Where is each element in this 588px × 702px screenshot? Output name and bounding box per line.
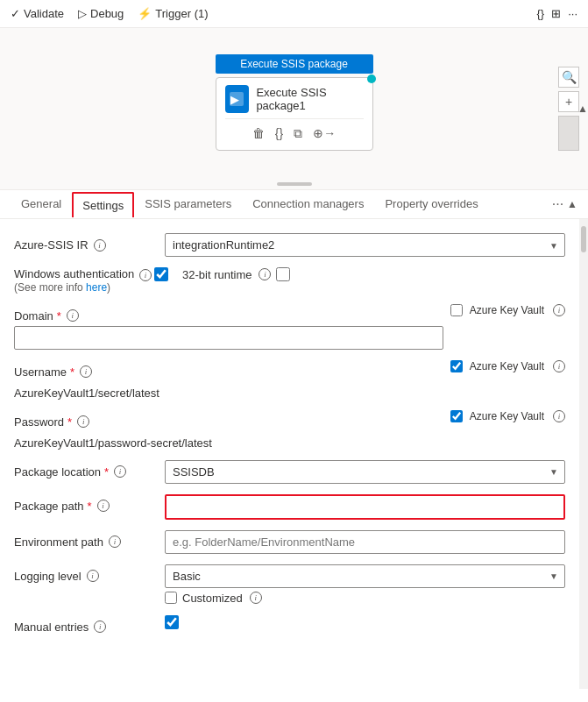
domain-akv-info-icon[interactable]: i <box>553 304 565 316</box>
runtime-32bit-wrap: 32-bit runtime i <box>182 267 290 281</box>
domain-akv-checkbox[interactable] <box>450 304 463 316</box>
tabs-more-button[interactable]: ··· <box>552 196 563 212</box>
logging-level-col: Basic ▼ Customized i <box>165 564 565 605</box>
scrollbar[interactable] <box>579 219 588 689</box>
trigger-label: Trigger (1) <box>155 7 208 20</box>
node-copy-button[interactable]: ⧉ <box>292 124 304 143</box>
domain-akv-row: Azure Key Vault i <box>450 304 565 316</box>
username-akv-label: Azure Key Vault <box>470 360 544 372</box>
windows-auth-here-link[interactable]: here <box>86 281 107 294</box>
password-info-icon[interactable]: i <box>77 415 89 428</box>
canvas-zoom-controls: 🔍 + <box>558 67 579 151</box>
zoom-slider[interactable] <box>558 116 579 151</box>
validate-button[interactable]: ✓ Validate <box>11 7 64 20</box>
pipeline-node[interactable]: ▶ Execute SSIS package1 🗑 {} ⧉ ⊕→ <box>216 77 373 151</box>
node-status-dot <box>367 74 376 83</box>
customized-row: Customized i <box>165 592 565 605</box>
env-path-control-wrap <box>165 530 565 554</box>
env-path-input[interactable] <box>165 530 565 554</box>
braces-button[interactable]: {} <box>536 7 544 20</box>
logging-level-info-icon[interactable]: i <box>87 570 99 582</box>
auth-controls: 32-bit runtime i <box>154 267 565 281</box>
azure-ssis-ir-select-wrap: integrationRuntime2 ▼ <box>165 233 565 257</box>
package-location-select[interactable]: SSISDB <box>165 460 565 484</box>
password-label: Password * i <box>14 410 443 432</box>
env-path-label: Environment path i <box>14 530 154 549</box>
manual-entries-label: Manual entries i <box>14 615 154 634</box>
zoom-in-button[interactable]: + <box>558 91 579 112</box>
debug-button[interactable]: ▷ Debug <box>78 7 124 20</box>
tab-connection-managers[interactable]: Connection managers <box>242 190 374 219</box>
package-location-label: Package location * i <box>14 460 154 479</box>
node-actions: 🗑 {} ⧉ ⊕→ <box>225 118 364 143</box>
node-icon: ▶ <box>225 85 250 113</box>
table-button[interactable]: ⊞ <box>551 7 561 20</box>
node-arrow-button[interactable]: ⊕→ <box>311 124 337 143</box>
tab-general[interactable]: General <box>11 190 72 219</box>
node-delete-button[interactable]: 🗑 <box>251 124 266 143</box>
password-field-with-akv: Password * i AzureKeyVault1/password-sec… <box>14 410 565 450</box>
node-tooltip: Execute SSIS package <box>216 54 373 74</box>
tabs-chevron-up[interactable]: ▲ <box>567 198 577 210</box>
azure-ssis-ir-select[interactable]: integrationRuntime2 <box>165 233 565 257</box>
pipeline-canvas: Execute SSIS package ▶ Execute SSIS pack… <box>0 28 588 190</box>
debug-icon: ▷ <box>78 7 87 20</box>
azure-ssis-ir-info-icon[interactable]: i <box>94 239 106 252</box>
domain-control-wrap: Domain * i MyDomain <box>14 304 443 350</box>
logging-level-select-wrap: Basic ▼ <box>165 564 565 588</box>
domain-label: Domain * i <box>14 304 443 326</box>
package-path-info-icon[interactable]: i <box>97 500 110 512</box>
username-akv-checkbox[interactable] <box>450 360 463 372</box>
password-akv-side: Azure Key Vault i <box>450 410 565 424</box>
password-akv-info-icon[interactable]: i <box>553 410 565 422</box>
toolbar: ✓ Validate ▷ Debug ⚡ Trigger (1) {} ⊞ ··… <box>0 0 588 28</box>
domain-input[interactable]: MyDomain <box>14 326 443 350</box>
customized-checkbox[interactable] <box>165 592 177 604</box>
username-control-wrap: Username * i AzureKeyVault1/secret/lates… <box>14 360 443 400</box>
zoom-search-button[interactable]: 🔍 <box>558 67 579 88</box>
manual-entries-checkbox[interactable] <box>165 615 179 629</box>
form-area: Azure-SSIS IR i integrationRuntime2 ▼ Wi… <box>0 219 579 689</box>
more-toolbar-button[interactable]: ··· <box>568 7 577 20</box>
manual-entries-info-icon[interactable]: i <box>94 620 106 633</box>
username-info-icon[interactable]: i <box>80 365 92 378</box>
node-label: Execute SSIS package1 <box>256 86 363 112</box>
customized-label: Customized <box>182 592 243 605</box>
pipeline-node-wrapper: Execute SSIS package ▶ Execute SSIS pack… <box>216 54 373 151</box>
tab-ssis-parameters[interactable]: SSIS parameters <box>134 190 242 219</box>
windows-auth-checkbox[interactable] <box>154 267 168 281</box>
package-location-row: Package location * i SSISDB ▼ <box>14 460 565 484</box>
trigger-button[interactable]: ⚡ Trigger (1) <box>138 7 208 20</box>
runtime-32bit-checkbox[interactable] <box>276 267 290 281</box>
scroll-thumb[interactable] <box>581 226 586 252</box>
package-path-control-wrap: demo/ScaleOutProject/Transformation.dtsx <box>165 494 565 520</box>
username-akv-side: Azure Key Vault i <box>450 360 565 374</box>
package-location-info-icon[interactable]: i <box>114 465 126 478</box>
chevron-up-icon[interactable]: ▲ <box>577 103 588 115</box>
domain-info-icon[interactable]: i <box>67 309 79 322</box>
runtime-32bit-info-icon[interactable]: i <box>259 268 271 280</box>
package-path-input[interactable]: demo/ScaleOutProject/Transformation.dtsx <box>165 494 565 520</box>
tab-property-overrides[interactable]: Property overrides <box>374 190 488 219</box>
username-akv-info-icon[interactable]: i <box>553 360 565 372</box>
azure-ssis-ir-label: Azure-SSIS IR i <box>14 233 154 252</box>
windows-auth-info-icon[interactable]: i <box>139 269 152 281</box>
logging-level-select[interactable]: Basic <box>165 564 565 588</box>
manual-entries-control-wrap <box>165 615 565 632</box>
password-akv-checkbox[interactable] <box>450 410 463 422</box>
password-field-group: Password * i AzureKeyVault1/password-sec… <box>14 410 565 450</box>
collapse-indicator[interactable] <box>277 179 312 189</box>
customized-info-icon[interactable]: i <box>250 592 262 604</box>
domain-field-group: Domain * i MyDomain Azure Key Vault i <box>14 304 565 350</box>
windows-auth-row: Windows authentication i (See more info … <box>14 267 565 294</box>
node-code-button[interactable]: {} <box>273 124 285 143</box>
env-path-info-icon[interactable]: i <box>109 535 121 548</box>
tab-settings[interactable]: Settings <box>72 192 134 217</box>
logging-level-label: Logging level i <box>14 564 154 583</box>
username-value: AzureKeyVault1/secret/latest <box>14 382 443 400</box>
azure-ssis-ir-row: Azure-SSIS IR i integrationRuntime2 ▼ <box>14 233 565 257</box>
password-value: AzureKeyVault1/password-secret/latest <box>14 432 443 450</box>
package-path-row: Package path * i demo/ScaleOutProject/Tr… <box>14 494 565 520</box>
windows-auth-sub: (See more info here) <box>14 281 154 294</box>
domain-akv-label: Azure Key Vault <box>470 304 544 316</box>
